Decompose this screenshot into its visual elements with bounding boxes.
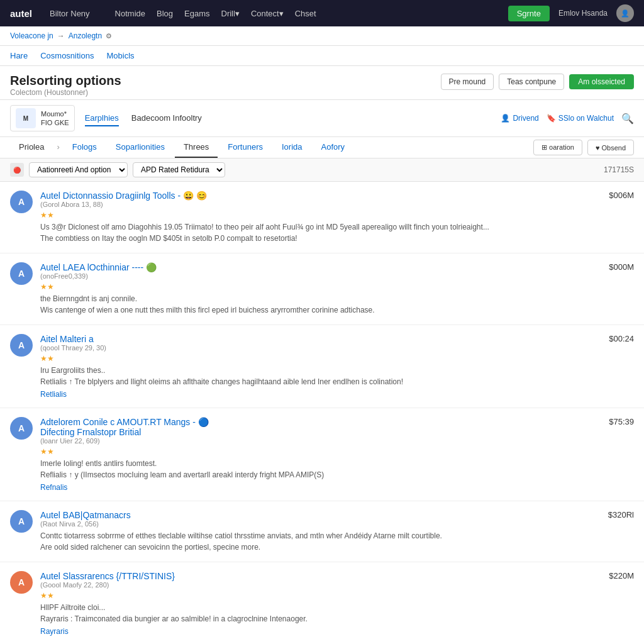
- product-link[interactable]: Refnalis: [40, 483, 67, 492]
- pre-mound-button[interactable]: Pre mound: [441, 74, 494, 90]
- product-item: A Adtelorem Conile c AMOUT.RT Mangs - 🔵D…: [0, 408, 644, 501]
- page-subtitle: Colectom (Houstonner): [10, 88, 121, 97]
- cat-tab-iorida[interactable]: Iorida: [273, 137, 311, 158]
- search-icon[interactable]: 🔍: [621, 113, 634, 125]
- am-olsseicted-button[interactable]: Am olsseicted: [569, 74, 634, 89]
- cat-tab-priolea[interactable]: Priolea: [10, 137, 53, 158]
- product-content: Adtelorem Conile c AMOUT.RT Mangs - 🔵Dif…: [40, 417, 589, 492]
- cat-tab-aofory[interactable]: Aofory: [313, 137, 354, 158]
- cat-tab-fortuners[interactable]: Fortuners: [219, 137, 272, 158]
- sub-nav-hare[interactable]: Hare: [10, 46, 28, 65]
- product-price: $220M: [596, 571, 634, 580]
- product-price: $00:24: [596, 334, 634, 343]
- result-count: 171715S: [604, 165, 634, 174]
- logo-text: Moumo* FIO GKE: [41, 109, 69, 128]
- logo-icon: M: [16, 108, 36, 128]
- product-price: $320Rl: [596, 510, 634, 519]
- category-tabs-left: Priolea › Fologs Soparlionities Threes F…: [10, 137, 353, 158]
- cat-tab-threes[interactable]: Threes: [175, 137, 218, 158]
- product-title: Autel Dictonnassio Dragiinlg Toolls - 😀 …: [40, 191, 589, 201]
- product-desc: Iru Eargroliits thes..Retlialis ↑ Tre bl…: [40, 365, 589, 387]
- product-item: A Aitel Malteri a (qoool Thraey 29, 30) …: [0, 325, 644, 408]
- brand-logo: autel: [10, 8, 32, 19]
- nav-right: Sgrnte Emlov Hsanda 👤: [508, 4, 634, 22]
- filter-select-2[interactable]: APD Rated Retidura: [133, 162, 225, 177]
- walchut-link[interactable]: 🔖 SSlo on Walchut: [547, 114, 614, 123]
- nav-links: Notmide Blog Egams Drill▾ Contect▾ Chset: [115, 9, 496, 18]
- nav-chset[interactable]: Chset: [295, 9, 316, 18]
- product-desc-1: Imerle Ioling! entls antlirs fuomtest.: [40, 458, 589, 469]
- product-content: Autel BAB|Qatmanacrs (Raot Nirva 2, 056)…: [40, 510, 589, 553]
- marketplace-logo: M Moumo* FIO GKE: [10, 105, 75, 131]
- sub-nav-mobicls[interactable]: Mobicls: [106, 46, 134, 65]
- product-desc: Imerle Ioling! entls antlirs fuomtest.Re…: [40, 458, 589, 480]
- product-item: A Autel LAEA lOcthinniar ---- 🟢 (onoFree…: [0, 253, 644, 325]
- product-title-link[interactable]: Aitel Malteri a: [40, 334, 94, 344]
- product-desc-2: The combtiess on Itay the oogln MD $405t…: [40, 233, 589, 244]
- top-navigation: autel Biltor Neny Notmide Blog Egams Dri…: [0, 0, 644, 26]
- product-desc-2: Are oold sided ralchener can sevoicinn t…: [40, 541, 589, 553]
- product-title-link[interactable]: Autel BAB|Qatmanacrs: [40, 510, 131, 520]
- product-link[interactable]: Rayraris: [40, 627, 69, 636]
- breadcrumb-part1[interactable]: Voleacone jn: [10, 31, 53, 40]
- product-title-link[interactable]: Autel Slassrarencs {/TTRI/STINIS}: [40, 571, 175, 581]
- breadcrumb-part2[interactable]: Anzolegtn: [69, 31, 102, 40]
- nav-notmide[interactable]: Notmide: [115, 9, 145, 18]
- product-content: Autel Slassrarencs {/TTRI/STINIS} (Goool…: [40, 571, 589, 636]
- drivend-link[interactable]: 👤 Drivend: [501, 114, 538, 123]
- product-price: $006M: [596, 191, 634, 200]
- oaration-button[interactable]: ⊞ oaration: [533, 140, 582, 155]
- marketplace-tabs: Earplhies Badecoom Infooltry: [85, 111, 491, 126]
- product-desc: Conttc tiotarress sobrrme of etthes tlec…: [40, 530, 589, 553]
- product-avatar: A: [10, 510, 33, 533]
- breadcrumb: Voleacone jn → Anzolegtn ⚙: [0, 26, 644, 46]
- page-header-section: Relsorting options Colectom (Houstonner)…: [0, 66, 644, 100]
- nav-drill[interactable]: Drill▾: [221, 9, 240, 18]
- product-desc-1: Us 3@r Diclonest olf amo Diagohhis 19.05…: [40, 221, 589, 233]
- product-title: Adtelorem Conile c AMOUT.RT Mangs - 🔵Dif…: [40, 417, 589, 437]
- teas-contpune-button[interactable]: Teas contpune: [499, 74, 564, 90]
- marketplace-bar: M Moumo* FIO GKE Earplhies Badecoom Info…: [0, 100, 644, 137]
- product-desc-2: Retlialis ↑ Tre blplyers and Ilight olei…: [40, 376, 589, 387]
- product-title-link[interactable]: Autel Dictonnassio Dragiinlg Toolls - 😀 …: [40, 191, 207, 201]
- product-title: Aitel Malteri a: [40, 334, 589, 344]
- sub-nav-cosmo[interactable]: Cosmosnitions: [40, 46, 94, 65]
- marketplace-tab-earplhies[interactable]: Earplhies: [85, 111, 119, 126]
- nav-egams[interactable]: Egams: [184, 9, 209, 18]
- product-stars: ★★: [40, 211, 589, 219]
- avatar[interactable]: 👤: [616, 4, 634, 22]
- product-meta: (loanr Uier 22, 609): [40, 437, 589, 445]
- product-content: Autel Dictonnassio Dragiinlg Toolls - 😀 …: [40, 191, 589, 244]
- obsend-button[interactable]: ♥ Obsend: [587, 140, 634, 155]
- product-price: $75:39: [596, 417, 634, 426]
- product-item: A Autel Slassrarencs {/TTRI/STINIS} (Goo…: [0, 562, 644, 644]
- product-price: $000M: [596, 262, 634, 272]
- breadcrumb-sep1: →: [57, 31, 65, 40]
- product-stars: ★★: [40, 591, 589, 600]
- filter-bar: 🔴 Aationreeti And option APD Rated Retid…: [0, 158, 644, 182]
- product-stars: ★★: [40, 447, 589, 456]
- product-meta: (Raot Nirva 2, 056): [40, 520, 589, 528]
- product-avatar: A: [10, 262, 33, 285]
- signup-button[interactable]: Sgrnte: [508, 6, 550, 21]
- product-title2-link[interactable]: Difecting Frnalstopr Britial: [40, 427, 141, 437]
- product-title-link[interactable]: Adtelorem Conile c AMOUT.RT Mangs - 🔵: [40, 417, 209, 427]
- marketplace-tab-badecoom[interactable]: Badecoom Infooltry: [131, 111, 202, 126]
- product-desc-2: Rayraris : Traimconated dia bungier ar a…: [40, 613, 589, 625]
- product-list: A Autel Dictonnassio Dragiinlg Toolls - …: [0, 182, 644, 644]
- marketplace-right: 👤 Drivend 🔖 SSlo on Walchut 🔍: [501, 113, 634, 125]
- cat-tab-fologs[interactable]: Fologs: [64, 137, 106, 158]
- product-avatar: A: [10, 334, 33, 357]
- product-meta: (qoool Thraey 29, 30): [40, 344, 589, 352]
- nav-blog[interactable]: Blog: [157, 9, 173, 18]
- product-title: Autel LAEA lOcthinniar ---- 🟢: [40, 262, 589, 272]
- product-desc-2: Reflialis ↑ y (IImsectos mocIuing leam a…: [40, 469, 589, 480]
- filter-select-1[interactable]: Aationreeti And option: [29, 162, 128, 177]
- product-avatar: A: [10, 417, 33, 440]
- settings-icon: ⚙: [106, 32, 112, 40]
- site-name: Biltor Neny: [50, 9, 90, 18]
- product-link[interactable]: Retlialis: [40, 390, 67, 399]
- product-title-link[interactable]: Autel LAEA lOcthinniar ---- 🟢: [40, 262, 157, 272]
- nav-contect[interactable]: Contect▾: [251, 9, 284, 18]
- cat-tab-soparlionities[interactable]: Soparlionities: [107, 137, 174, 158]
